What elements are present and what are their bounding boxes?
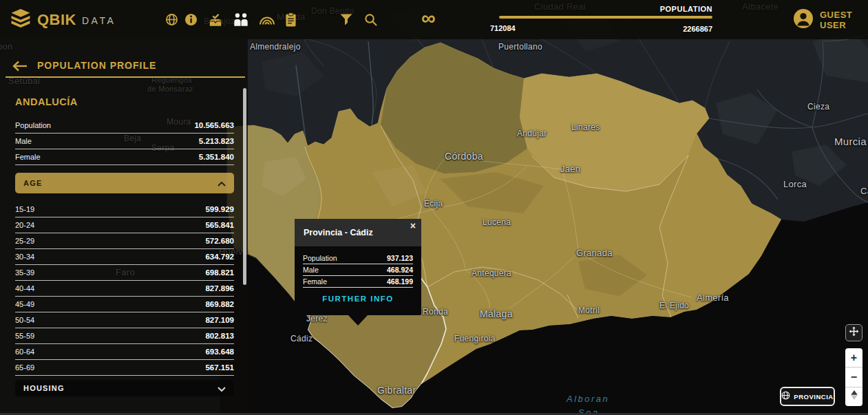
chevron-up-icon [218, 177, 226, 189]
globe-small-icon [781, 390, 790, 403]
age-row: 40-44 827.896 [15, 281, 234, 297]
stat-row: Male 5.213.823 [15, 134, 234, 149]
panel-title: POPULATION PROFILE [37, 60, 156, 71]
search-icon[interactable] [364, 0, 377, 39]
provincia-layer-button[interactable]: PROVINCIA [780, 387, 835, 406]
zoom-in-button[interactable]: + [845, 348, 862, 367]
topbar: QBIK DATA ∞ POPULATION [0, 0, 868, 39]
age-row: 60-64 693.648 [15, 344, 234, 360]
user-menu[interactable]: GUEST USER [793, 0, 868, 39]
age-row: 20-24 565.841 [15, 217, 234, 233]
accordion-housing[interactable]: HOUSING [15, 380, 234, 396]
slider-track[interactable] [499, 16, 712, 19]
age-row: 15-19 599.929 [15, 202, 234, 217]
popup-header: Provincia - Cádiz [295, 219, 421, 246]
popup-stat-row: Male 468.924 [303, 264, 413, 276]
info-icon[interactable] [184, 0, 198, 39]
stat-row: Population 10.565.663 [15, 118, 234, 134]
province-info-popup: Provincia - Cádiz × Population 937.123 M… [295, 219, 421, 315]
inbox-check-icon[interactable] [208, 0, 223, 39]
further-info-link[interactable]: FURTHER INFO [295, 295, 421, 303]
globe-icon[interactable] [165, 0, 178, 39]
age-row: 35-39 698.821 [15, 265, 234, 281]
age-row: 45-49 869.882 [15, 297, 234, 312]
users-icon[interactable] [233, 0, 249, 39]
close-icon[interactable]: × [410, 221, 416, 231]
accordion-housing-label: HOUSING [23, 384, 65, 392]
zoom-out-button[interactable]: − [845, 367, 862, 386]
signal-arcs-icon[interactable] [259, 0, 275, 39]
avatar [793, 8, 814, 32]
age-row: 65-69 567.151 [15, 360, 234, 376]
pan-mode-button[interactable] [845, 324, 862, 341]
zoom-control: + − [845, 348, 862, 406]
stat-row: Female 5.351.840 [15, 149, 234, 165]
clipboard-icon[interactable] [285, 0, 297, 39]
region-stats: Population 10.565.663 Male 5.213.823 Fem… [15, 118, 234, 165]
region-name-heading: ANDALUCÍA [15, 96, 78, 107]
age-row: 30-34 634.792 [15, 249, 234, 265]
sidebar-scrollbar-thumb[interactable] [243, 88, 246, 285]
app-logo[interactable]: QBIK DATA [9, 0, 116, 39]
brand-name: QBIK [37, 11, 76, 29]
age-rows: 15-19 599.929 20-24 565.841 25-29 572.68… [15, 202, 234, 376]
popup-stat-row: Female 468.199 [303, 276, 413, 288]
filter-icon[interactable] [340, 0, 352, 39]
user-name: GUEST USER [820, 10, 868, 30]
infinity-icon[interactable]: ∞ [421, 0, 436, 39]
brand-suffix: DATA [82, 13, 116, 26]
population-range-slider: POPULATION 712084 2266867 [489, 0, 713, 39]
move-arrows-icon [848, 326, 860, 340]
age-row: 55-59 802.813 [15, 328, 234, 344]
gold-divider [6, 76, 245, 78]
slider-max-value: 2266867 [683, 25, 712, 33]
compass-pitch-button[interactable] [845, 387, 862, 406]
slider-min-value: 712084 [490, 24, 516, 32]
sidebar-population-profile: POPULATION PROFILE ANDALUCÍA Population … [0, 39, 248, 415]
provincia-button-label: PROVINCIA [794, 393, 833, 401]
accordion-age[interactable]: AGE [15, 173, 234, 193]
popup-stats: Population 937.123 Male 468.924 Female 4… [295, 246, 421, 288]
age-row: 25-29 572.680 [15, 233, 234, 249]
slider-label: POPULATION [660, 5, 712, 13]
age-row: 50-54 827.109 [15, 312, 234, 328]
app-window: BadajozMéridaDon BenitoCiudad RealAlbace… [0, 0, 868, 415]
compass-icon [849, 390, 859, 403]
back-arrow-icon[interactable] [12, 61, 28, 74]
layers-logo-icon [9, 9, 32, 30]
accordion-age-label: AGE [23, 179, 42, 187]
popup-title: Provincia - Cádiz [304, 228, 373, 237]
chevron-down-icon [218, 382, 226, 394]
popup-stat-row: Population 937.123 [303, 253, 413, 264]
